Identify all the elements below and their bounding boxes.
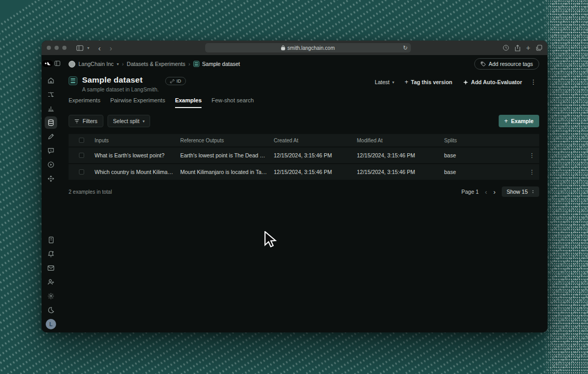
- sidebar-item-invite[interactable]: [45, 276, 57, 288]
- back-button[interactable]: ‹: [97, 44, 102, 52]
- breadcrumb-current[interactable]: Sample dataset: [193, 61, 240, 67]
- sidebar-item-theme[interactable]: [45, 304, 57, 316]
- document-icon: [48, 236, 55, 244]
- tag-version-button[interactable]: + Tag this version: [400, 76, 457, 88]
- browser-chrome: ▾ ‹ › smith.langchain.com ↻ +: [42, 41, 547, 55]
- sidebar-item-dashboards[interactable]: [45, 102, 57, 115]
- new-tab-icon[interactable]: +: [526, 44, 530, 51]
- plus-icon: +: [405, 78, 408, 86]
- share-icon[interactable]: [515, 45, 520, 51]
- address-bar[interactable]: smith.langchain.com ↻: [205, 43, 411, 52]
- page-size-dropdown[interactable]: Show 15 ▲ ▼: [502, 186, 539, 197]
- copy-id-button[interactable]: ID: [165, 77, 186, 85]
- tab-examples[interactable]: Examples: [175, 97, 202, 108]
- org-chevron-icon[interactable]: ▾: [117, 62, 119, 66]
- langsmith-app: L LangChain Inc ▾ › Datasets & Experimen…: [42, 55, 547, 332]
- move-arrows-icon: [47, 175, 55, 182]
- refresh-icon[interactable]: ↻: [403, 45, 408, 51]
- tag-version-label: Tag this version: [411, 79, 452, 85]
- org-avatar[interactable]: [69, 61, 75, 68]
- header-kebab-menu[interactable]: ⋮: [528, 77, 539, 87]
- sparkle-icon: [463, 79, 469, 85]
- dataset-icon: [69, 76, 77, 85]
- version-select-button[interactable]: Latest ▾: [370, 77, 399, 87]
- pagination: Page 1 ‹ › Show 15 ▲ ▼: [461, 186, 539, 197]
- version-chevron-icon: ▾: [392, 80, 394, 85]
- tag-icon: [480, 61, 486, 66]
- row-kebab-menu[interactable]: ⋮: [525, 169, 539, 176]
- page-subtitle: A sample dataset in LangSmith.: [82, 86, 159, 92]
- column-header-reference-outputs[interactable]: Reference Outputs: [180, 138, 274, 143]
- previous-page-button[interactable]: ‹: [485, 188, 487, 196]
- page-size-label: Show 15: [506, 189, 528, 195]
- page-title: Sample dataset: [82, 75, 159, 85]
- filter-icon: [74, 119, 79, 124]
- select-all-checkbox[interactable]: [79, 138, 84, 143]
- select-split-chevron-icon: ▾: [142, 119, 144, 124]
- version-controls: Latest ▾ + Tag this version Add Auto-Eva…: [370, 76, 539, 88]
- examples-table: Inputs Reference Outputs Created At Modi…: [69, 134, 539, 180]
- chrome-actions: +: [503, 44, 542, 51]
- background-mesh-pattern: [543, 0, 588, 374]
- version-select-label: Latest: [375, 79, 390, 85]
- sidebar-item-docs[interactable]: [45, 234, 57, 246]
- breadcrumb-section[interactable]: Datasets & Experiments: [127, 61, 185, 67]
- play-circle-icon: [47, 161, 55, 168]
- table-header-row: Inputs Reference Outputs Created At Modi…: [69, 134, 539, 146]
- plus-icon: +: [504, 117, 508, 125]
- cell-created-at: 12/15/2024, 3:15:46 PM: [274, 169, 357, 175]
- langsmith-logo[interactable]: [42, 60, 53, 67]
- tab-overview-icon[interactable]: [536, 45, 542, 51]
- forward-button[interactable]: ›: [109, 44, 113, 52]
- id-badge-label: ID: [177, 78, 181, 84]
- sidebar-toggle-icon[interactable]: [76, 45, 84, 51]
- sidebar-item-tracing[interactable]: [45, 88, 57, 101]
- sidebar-item-deployments[interactable]: [45, 172, 57, 185]
- row-kebab-menu[interactable]: ⋮: [525, 152, 539, 159]
- user-add-icon: [47, 278, 55, 286]
- tab-few-shot-search[interactable]: Few-shot search: [211, 97, 253, 108]
- sidebar-item-playground[interactable]: [45, 158, 57, 171]
- breadcrumb-separator: ›: [122, 61, 124, 67]
- select-split-dropdown[interactable]: Select split ▾: [108, 115, 151, 127]
- bar-chart-icon: [47, 105, 55, 112]
- row-checkbox[interactable]: [79, 169, 84, 175]
- column-header-splits[interactable]: Splits: [444, 138, 525, 143]
- table-footer: 2 examples in total Page 1 ‹ › Show 15 ▲…: [69, 186, 539, 197]
- sidebar-menu-chevron-icon[interactable]: ▾: [87, 46, 89, 50]
- sidebar-item-datasets[interactable]: [45, 116, 57, 129]
- add-example-label: Example: [511, 118, 533, 124]
- moon-icon: [47, 306, 55, 314]
- column-header-modified-at[interactable]: Modified At: [357, 138, 444, 143]
- privacy-shield-icon[interactable]: [503, 45, 509, 51]
- column-header-inputs[interactable]: Inputs: [95, 138, 180, 143]
- add-example-button[interactable]: + Example: [499, 115, 539, 127]
- sidebar-item-prompts[interactable]: [45, 144, 57, 157]
- mail-icon: [47, 265, 55, 271]
- cell-inputs: What is Earth's lowest point?: [95, 152, 180, 158]
- add-auto-evaluator-button[interactable]: Add Auto-Evaluator: [458, 77, 527, 87]
- user-avatar[interactable]: L: [46, 319, 56, 329]
- title-row: Sample dataset A sample dataset in LangS…: [69, 75, 539, 92]
- tab-experiments[interactable]: Experiments: [69, 97, 100, 108]
- sidebar-item-home[interactable]: [45, 74, 57, 87]
- filters-button[interactable]: Filters: [69, 115, 103, 127]
- next-page-button[interactable]: ›: [493, 188, 496, 196]
- table-row[interactable]: Which country is Mount Kilimanjaro... Mo…: [69, 164, 539, 180]
- sidebar-item-notifications[interactable]: [45, 248, 57, 260]
- add-resource-tags-button[interactable]: Add resource tags: [474, 58, 539, 70]
- sidebar-item-feedback[interactable]: [45, 262, 57, 274]
- panel-collapse-icon[interactable]: [55, 59, 60, 68]
- tab-pairwise-experiments[interactable]: Pairwise Experiments: [110, 97, 165, 108]
- table-row[interactable]: What is Earth's lowest point? Earth's lo…: [69, 148, 539, 163]
- cell-modified-at: 12/15/2024, 3:15:46 PM: [357, 169, 444, 175]
- row-checkbox[interactable]: [79, 153, 84, 158]
- traffic-light-minimize[interactable]: [55, 46, 59, 50]
- breadcrumb-org[interactable]: LangChain Inc: [78, 61, 114, 67]
- traffic-light-close[interactable]: [47, 46, 51, 50]
- sidebar-item-settings[interactable]: [45, 290, 57, 302]
- link-icon: [170, 79, 175, 84]
- traffic-light-zoom[interactable]: [62, 46, 66, 50]
- column-header-created-at[interactable]: Created At: [274, 138, 357, 143]
- sidebar-item-annotation[interactable]: [45, 130, 57, 143]
